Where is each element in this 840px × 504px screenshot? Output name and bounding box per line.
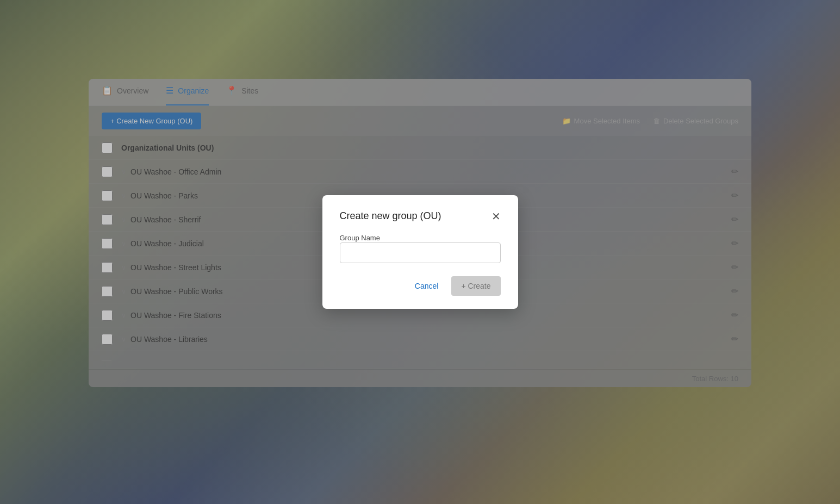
group-name-input[interactable] bbox=[340, 242, 501, 263]
modal-close-button[interactable]: ✕ bbox=[491, 211, 501, 222]
modal-title: Create new group (OU) bbox=[340, 210, 441, 222]
group-name-label: Group Name bbox=[340, 234, 380, 242]
create-button[interactable]: + Create bbox=[451, 276, 500, 296]
modal-backdrop: Create new group (OU) ✕ Group Name Cance… bbox=[0, 0, 840, 504]
cancel-button[interactable]: Cancel bbox=[408, 277, 445, 295]
create-group-modal: Create new group (OU) ✕ Group Name Cance… bbox=[322, 195, 518, 309]
modal-header: Create new group (OU) ✕ bbox=[340, 210, 501, 222]
modal-actions: Cancel + Create bbox=[340, 276, 501, 296]
